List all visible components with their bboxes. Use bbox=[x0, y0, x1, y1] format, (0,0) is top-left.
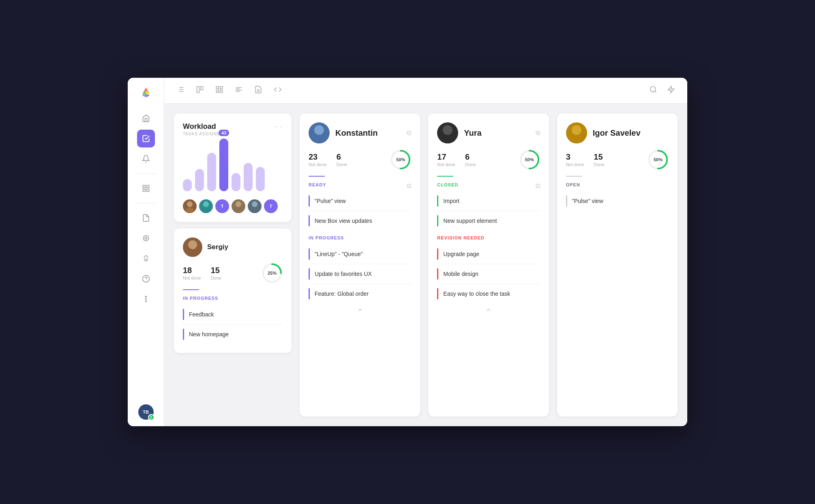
bar-item bbox=[256, 167, 265, 191]
sidebar-item-tasks[interactable] bbox=[137, 130, 155, 147]
igor-header: Igor Savelev bbox=[566, 122, 669, 143]
yura-closed-tasks: Import New support element bbox=[437, 191, 540, 231]
sidebar-item-notifications[interactable] bbox=[137, 150, 155, 168]
svg-point-5 bbox=[145, 237, 147, 239]
sidebar-nav bbox=[128, 109, 164, 404]
svg-point-29 bbox=[650, 87, 656, 92]
task-item[interactable]: "Pulse" view bbox=[566, 191, 669, 211]
sidebar-item-home[interactable] bbox=[137, 109, 155, 127]
avatar[interactable] bbox=[199, 199, 213, 213]
yura-revision-label: REVISION NEEDED bbox=[437, 235, 540, 240]
sergiy-not-done: 18 Not done bbox=[183, 266, 201, 280]
task-item[interactable]: Update to favorites UX bbox=[309, 264, 411, 284]
konstantin-ready-copy-icon[interactable]: ⧉ bbox=[407, 182, 411, 190]
sidebar-divider-2 bbox=[136, 203, 156, 203]
avatar[interactable] bbox=[183, 199, 197, 213]
task-label: Feature: Global order bbox=[315, 290, 369, 297]
sidebar-item-apps[interactable] bbox=[137, 179, 155, 197]
top-bar-right bbox=[647, 83, 678, 98]
igor-progress-label: 50% bbox=[654, 157, 663, 162]
task-border bbox=[566, 195, 567, 207]
task-item[interactable]: New support element bbox=[437, 211, 540, 231]
task-item[interactable]: New homepage bbox=[183, 325, 283, 344]
yura-closed-copy-icon[interactable]: ⧉ bbox=[536, 182, 540, 190]
bar bbox=[256, 167, 265, 191]
task-label: Update to favorites UX bbox=[315, 271, 372, 277]
yura-card: Yura ⧉ 17 Not done 6 Done bbox=[428, 113, 549, 416]
lightning-icon[interactable] bbox=[665, 83, 678, 98]
view-timeline-icon[interactable] bbox=[232, 83, 245, 98]
konstantin-card: Konstantin ⧉ 23 Not done 6 Done bbox=[300, 113, 420, 416]
igor-column: Igor Savelev 3 Not done 15 Done bbox=[557, 113, 678, 416]
task-item[interactable]: New Box view updates bbox=[309, 211, 411, 231]
yura-progress-label: 50% bbox=[525, 157, 534, 162]
view-grid-icon[interactable] bbox=[213, 83, 226, 98]
task-item[interactable]: Easy way to close the task bbox=[437, 284, 540, 303]
task-border bbox=[437, 288, 438, 299]
task-label: New support element bbox=[443, 218, 497, 224]
sergiy-progress-ring: 25% bbox=[262, 263, 283, 284]
yura-stats: 17 Not done 6 Done bbox=[437, 149, 540, 170]
task-item[interactable]: Feedback bbox=[183, 305, 283, 325]
konstantin-copy-icon[interactable]: ⧉ bbox=[407, 129, 411, 137]
yura-name: Yura bbox=[464, 128, 481, 138]
svg-line-30 bbox=[655, 91, 656, 93]
sidebar-item-more[interactable] bbox=[137, 290, 155, 308]
avatar[interactable] bbox=[232, 199, 245, 213]
yura-done: 6 Done bbox=[465, 152, 476, 167]
konstantin-divider bbox=[309, 176, 325, 177]
avatar[interactable]: T bbox=[264, 199, 278, 213]
user-avatar[interactable]: TB 2 bbox=[138, 404, 154, 420]
avatar[interactable] bbox=[248, 199, 262, 213]
task-item[interactable]: Upgrade page bbox=[437, 244, 540, 264]
task-item[interactable]: "LineUp" - "Queue" bbox=[309, 244, 411, 264]
view-list-icon[interactable] bbox=[174, 83, 187, 98]
svg-point-33 bbox=[186, 207, 194, 213]
yura-copy-icon[interactable]: ⧉ bbox=[536, 129, 540, 137]
konstantin-ready-label: READY bbox=[309, 182, 411, 187]
yura-collapse-button[interactable] bbox=[437, 303, 540, 316]
sidebar-item-help[interactable] bbox=[137, 270, 155, 288]
bar-item-highlighted: 43 bbox=[219, 139, 228, 191]
view-doc-icon[interactable] bbox=[252, 83, 265, 98]
svg-point-35 bbox=[202, 207, 210, 213]
sidebar-item-pulse[interactable] bbox=[137, 229, 155, 247]
sidebar-item-goals[interactable] bbox=[137, 250, 155, 267]
konstantin-collapse-button[interactable] bbox=[309, 303, 411, 316]
svg-point-38 bbox=[252, 201, 257, 207]
bar-item bbox=[183, 179, 192, 191]
konstantin-header: Konstantin ⧉ bbox=[309, 122, 411, 143]
task-border bbox=[309, 215, 310, 226]
yura-progress-ring: 50% bbox=[519, 149, 540, 170]
svg-point-56 bbox=[572, 125, 581, 135]
task-border bbox=[309, 195, 310, 207]
search-icon[interactable] bbox=[647, 83, 660, 98]
sidebar-item-docs[interactable] bbox=[137, 209, 155, 227]
konstantin-progress-label: 50% bbox=[396, 157, 405, 162]
svg-rect-18 bbox=[201, 87, 203, 90]
workload-card: Workload TASKS ASSIGNED ··· bbox=[174, 113, 292, 222]
view-code-icon[interactable] bbox=[271, 83, 284, 98]
view-board-icon[interactable] bbox=[193, 83, 206, 98]
app-logo[interactable] bbox=[138, 84, 154, 100]
konstantin-done: 6 Done bbox=[337, 152, 347, 167]
bar bbox=[183, 179, 192, 191]
svg-rect-1 bbox=[146, 186, 149, 188]
igor-divider bbox=[566, 176, 582, 177]
yura-column: Yura ⧉ 17 Not done 6 Done bbox=[428, 113, 549, 416]
left-column: Workload TASKS ASSIGNED ··· bbox=[174, 113, 292, 416]
task-label: New Box view updates bbox=[315, 218, 372, 224]
task-item[interactable]: Import bbox=[437, 191, 540, 211]
bar bbox=[232, 173, 240, 191]
task-item[interactable]: Feature: Global order bbox=[309, 284, 411, 303]
task-item[interactable]: "Pulse" view bbox=[309, 191, 411, 211]
workload-bar-chart: 43 bbox=[183, 144, 283, 193]
svg-point-34 bbox=[203, 201, 209, 207]
svg-point-41 bbox=[188, 240, 197, 249]
workload-more-button[interactable]: ··· bbox=[274, 122, 283, 131]
bar bbox=[207, 153, 216, 191]
avatar[interactable]: T bbox=[215, 199, 229, 213]
task-item[interactable]: Mobile design bbox=[437, 264, 540, 284]
task-border bbox=[183, 309, 184, 320]
yura-header: Yura ⧉ bbox=[437, 122, 540, 143]
